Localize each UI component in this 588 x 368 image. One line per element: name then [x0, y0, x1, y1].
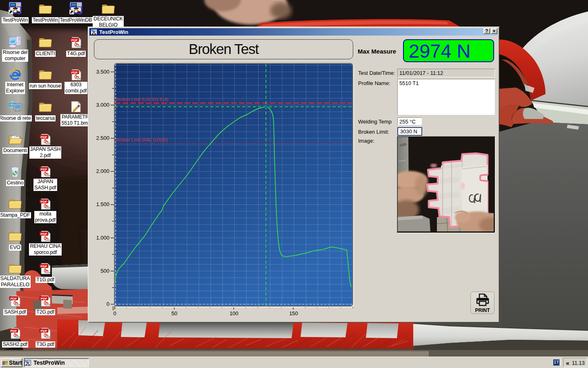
svg-text:Adobe: Adobe: [45, 272, 51, 274]
svg-text:Adobe: Adobe: [45, 336, 51, 338]
svg-text:Adobe: Adobe: [15, 304, 20, 306]
svg-text:Adobe: Adobe: [76, 45, 81, 47]
svg-text:Adobe: Adobe: [76, 78, 81, 80]
svg-text:PDF: PDF: [11, 329, 17, 333]
svg-text:PDF: PDF: [11, 297, 17, 301]
svg-text:PDF: PDF: [41, 135, 47, 139]
svg-text:PDF: PDF: [41, 265, 47, 268]
svg-text:PDF: PDF: [41, 232, 47, 236]
svg-text:PDF: PDF: [41, 200, 47, 204]
svg-text:Adobe: Adobe: [15, 336, 20, 338]
svg-text:Broken Limit (UNI EN 514): Broken Limit (UNI EN 514): [116, 97, 168, 102]
svg-text:Broken Limit (RAL GZ695): Broken Limit (RAL GZ695): [116, 137, 168, 142]
svg-text:Adobe: Adobe: [45, 175, 51, 177]
svg-text:Adobe: Adobe: [45, 207, 51, 209]
svg-text:PDF: PDF: [41, 297, 47, 301]
svg-text:PDF: PDF: [71, 38, 78, 42]
svg-text:PDF: PDF: [71, 71, 78, 74]
svg-text:PDF: PDF: [41, 168, 47, 171]
svg-text:Adobe: Adobe: [45, 304, 51, 306]
svg-text:PDF: PDF: [41, 329, 47, 333]
svg-text:Adobe: Adobe: [45, 239, 51, 241]
svg-text:Adobe: Adobe: [45, 142, 51, 144]
